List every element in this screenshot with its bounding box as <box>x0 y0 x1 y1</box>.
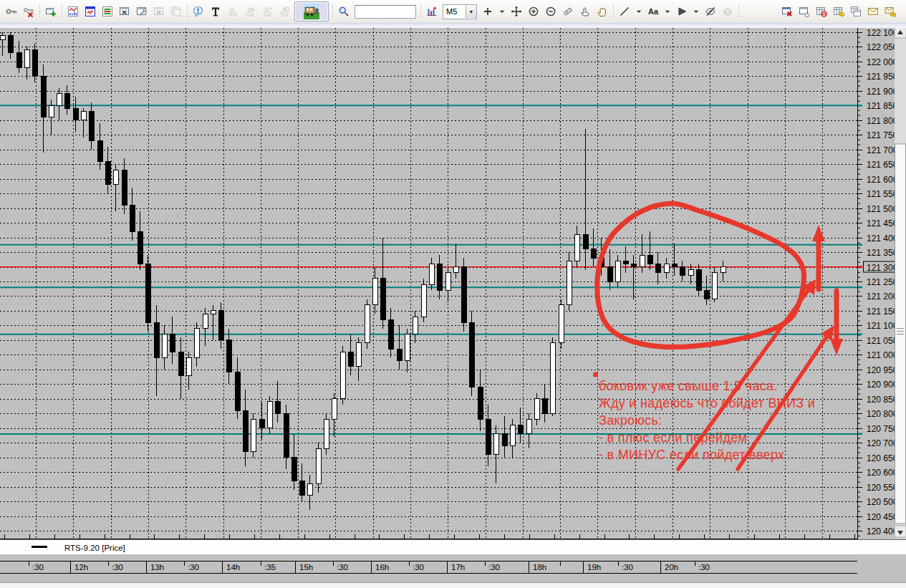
zoom-out-icon[interactable] <box>542 2 559 21</box>
toolbar-edge <box>0 24 906 28</box>
price-axis-label: 121 600 <box>867 175 898 185</box>
price-axis-label: 121 550 <box>867 189 898 199</box>
price-axis-label: 120 600 <box>867 468 898 478</box>
chart-plot-area[interactable] <box>0 28 857 539</box>
marker-tool-icon[interactable] <box>673 2 690 21</box>
price-axis-label: 121 300 <box>867 263 898 273</box>
hand-stop-icon <box>276 2 293 21</box>
toolbar-separator <box>185 3 190 20</box>
caret-down-icon[interactable] <box>633 2 645 21</box>
price-axis-label: 120 900 <box>867 380 898 390</box>
price-axis-label: 120 450 <box>867 512 898 522</box>
price-axis-label: 120 500 <box>867 497 898 507</box>
price-axis-label: 121 450 <box>867 218 898 228</box>
line-tool-icon[interactable] <box>616 2 633 21</box>
price-axis-label: 120 800 <box>867 409 898 419</box>
search-icon[interactable] <box>335 2 352 21</box>
hide-drawings-icon[interactable] <box>702 2 719 21</box>
price-axis-label: 121 400 <box>867 233 898 244</box>
move-icon[interactable] <box>508 2 525 21</box>
window-hand-icon[interactable] <box>796 2 813 21</box>
annotation-text-line: боковик уже свыше 1,5 часа. <box>599 379 778 393</box>
chart-window-icon[interactable] <box>82 2 99 21</box>
timeframe-value: M5 <box>443 7 466 16</box>
time-axis-label: 19h <box>587 563 601 572</box>
text-tool-icon[interactable] <box>207 2 224 21</box>
caret-down-icon[interactable] <box>496 2 508 21</box>
table-coins-icon[interactable] <box>830 2 847 21</box>
key-delete-icon[interactable] <box>20 2 37 21</box>
configure-window-icon[interactable] <box>133 2 150 21</box>
trading-terminal-window: M5▼Aa 122 100122 050122 000121 950121 90… <box>0 0 906 588</box>
font-tool-icon[interactable]: Aa <box>645 2 662 21</box>
price-axis-label: 120 700 <box>867 438 898 448</box>
quotes-chart-icon[interactable] <box>64 2 82 21</box>
toolbar-separator <box>37 3 42 20</box>
price-axis-label: 120 750 <box>867 424 898 434</box>
time-axis-label: :30 <box>112 563 123 572</box>
toolbar-separator <box>330 3 335 20</box>
timeframe-select[interactable]: M5▼ <box>443 4 477 19</box>
hand-point-icon <box>224 2 241 21</box>
price-axis-label: 121 900 <box>867 87 898 97</box>
pointer-hand-icon[interactable] <box>577 2 594 21</box>
time-axis-label: :30 <box>698 563 710 572</box>
legend-instrument-label: RTS-9.20 [Price] <box>64 544 125 552</box>
add-window-icon[interactable] <box>42 2 59 21</box>
time-axis-label: :30 <box>413 563 424 572</box>
price-axis-label: 121 200 <box>867 291 898 302</box>
price-axis-label: 120 650 <box>867 453 898 463</box>
annotation-text-line: Жду и надеюсь что пойдет ВНИЗ и <box>599 396 815 410</box>
alert-balloon-icon[interactable] <box>190 2 207 21</box>
mail-coins-icon[interactable] <box>882 2 899 21</box>
hand-cross-icon <box>241 2 259 21</box>
toolbar-separator <box>59 3 64 20</box>
price-axis-label: 122 000 <box>867 57 898 67</box>
copy-window-icon <box>168 2 185 21</box>
caret-down-icon[interactable] <box>662 2 673 21</box>
tables-copy-icon[interactable] <box>847 2 864 21</box>
price-axis-label: 121 150 <box>867 307 898 317</box>
price-axis-label: 120 400 <box>867 526 898 536</box>
price-axis-label: 121 050 <box>867 336 898 346</box>
time-axis-label: :30 <box>337 563 348 572</box>
hand-pair-icon <box>259 2 276 21</box>
annotation-text-line: - в плюс если перейдем <box>599 430 747 445</box>
search-input[interactable] <box>355 5 416 19</box>
quotes-list-icon[interactable] <box>99 2 116 21</box>
time-axis-label: 15h <box>299 563 313 572</box>
layers-icon <box>719 2 736 21</box>
time-axis-label: :30 <box>188 563 199 572</box>
key-icon[interactable] <box>3 2 20 21</box>
price-axis-label: 120 550 <box>867 483 898 493</box>
volume-chart-icon[interactable] <box>423 2 440 21</box>
time-axis-label: 20h <box>665 563 678 572</box>
price-axis-label: 121 650 <box>867 160 898 170</box>
annotation-dot <box>593 372 598 377</box>
eraser-icon[interactable] <box>559 2 577 21</box>
time-axis-label: :30 <box>622 563 633 572</box>
time-axis-label: :35 <box>264 563 276 572</box>
pan-hand-icon[interactable] <box>594 2 611 21</box>
plus-icon[interactable] <box>479 2 496 21</box>
window-close-icon[interactable] <box>779 2 796 21</box>
price-axis-label: 121 850 <box>867 101 898 111</box>
close-window-icon[interactable] <box>116 2 133 21</box>
price-axis-label: 121 800 <box>867 116 898 126</box>
price-axis-label: 121 000 <box>867 350 898 360</box>
legend-line-swatch <box>32 546 47 548</box>
toolbar-separator <box>611 3 616 20</box>
envelope-icon[interactable] <box>864 2 882 21</box>
combo-dropdown-button[interactable]: ▼ <box>466 6 476 18</box>
annotation-text-line: - в МИНУС если пойдет вверх <box>599 448 784 462</box>
price-axis-label: 121 350 <box>867 248 898 258</box>
time-axis-label: 12h <box>74 563 88 572</box>
caret-down-icon[interactable] <box>690 2 702 21</box>
train-picture[interactable] <box>294 1 329 21</box>
price-axis-label: 122 100 <box>867 28 898 38</box>
toolbar-separator <box>736 3 741 20</box>
toolbar-separator <box>418 3 423 20</box>
zoom-in-icon[interactable] <box>525 2 542 21</box>
vertical-scrollbar[interactable] <box>895 26 906 539</box>
table-block-icon[interactable] <box>813 2 830 21</box>
